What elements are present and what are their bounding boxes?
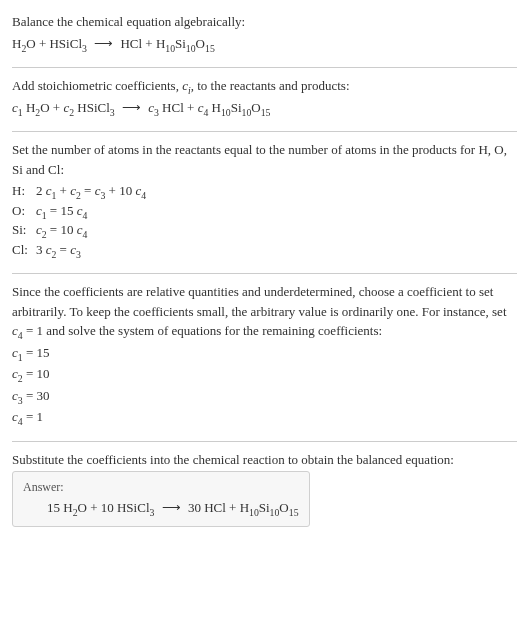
- table-row: H: 2 c1 + c2 = c3 + 10 c4: [12, 181, 152, 201]
- step4-text: Substitute the coefficients into the che…: [12, 450, 517, 470]
- answer-label: Answer:: [23, 478, 299, 496]
- solution-line: c2 = 10: [12, 364, 517, 384]
- solution-line: c3 = 30: [12, 386, 517, 406]
- solution-line: c1 = 15: [12, 343, 517, 363]
- step1-text: Add stoichiometric coefficients, ci, to …: [12, 76, 517, 96]
- table-row: Si: c2 = 10 c4: [12, 220, 152, 240]
- answer-equation: 15 H2O + 10 HSiCl3 ⟶ 30 HCl + H10Si10O15: [23, 498, 299, 518]
- divider: [12, 67, 517, 68]
- intro-section: Balance the chemical equation algebraica…: [12, 8, 517, 63]
- balance-equation: c1 = 15 c4: [36, 201, 152, 221]
- step1-equation: c1 H2O + c2 HSiCl3 ⟶ c3 HCl + c4 H10Si10…: [12, 98, 517, 118]
- step1-section: Add stoichiometric coefficients, ci, to …: [12, 72, 517, 127]
- step3-text: Since the coefficients are relative quan…: [12, 282, 517, 341]
- solution-line: c4 = 1: [12, 407, 517, 427]
- element-label: Cl:: [12, 240, 36, 260]
- balance-equation: 2 c1 + c2 = c3 + 10 c4: [36, 181, 152, 201]
- step4-section: Substitute the coefficients into the che…: [12, 446, 517, 535]
- divider: [12, 273, 517, 274]
- step2-section: Set the number of atoms in the reactants…: [12, 136, 517, 269]
- divider: [12, 131, 517, 132]
- element-label: Si:: [12, 220, 36, 240]
- step3-section: Since the coefficients are relative quan…: [12, 278, 517, 437]
- intro-equation: H2O + HSiCl3 ⟶ HCl + H10Si10O15: [12, 34, 517, 54]
- atom-balance-table: H: 2 c1 + c2 = c3 + 10 c4 O: c1 = 15 c4 …: [12, 181, 152, 259]
- element-label: O:: [12, 201, 36, 221]
- intro-text: Balance the chemical equation algebraica…: [12, 12, 517, 32]
- table-row: Cl: 3 c2 = c3: [12, 240, 152, 260]
- balance-equation: 3 c2 = c3: [36, 240, 152, 260]
- step2-text: Set the number of atoms in the reactants…: [12, 140, 517, 179]
- divider: [12, 441, 517, 442]
- element-label: H:: [12, 181, 36, 201]
- balance-equation: c2 = 10 c4: [36, 220, 152, 240]
- table-row: O: c1 = 15 c4: [12, 201, 152, 221]
- answer-box: Answer: 15 H2O + 10 HSiCl3 ⟶ 30 HCl + H1…: [12, 471, 310, 527]
